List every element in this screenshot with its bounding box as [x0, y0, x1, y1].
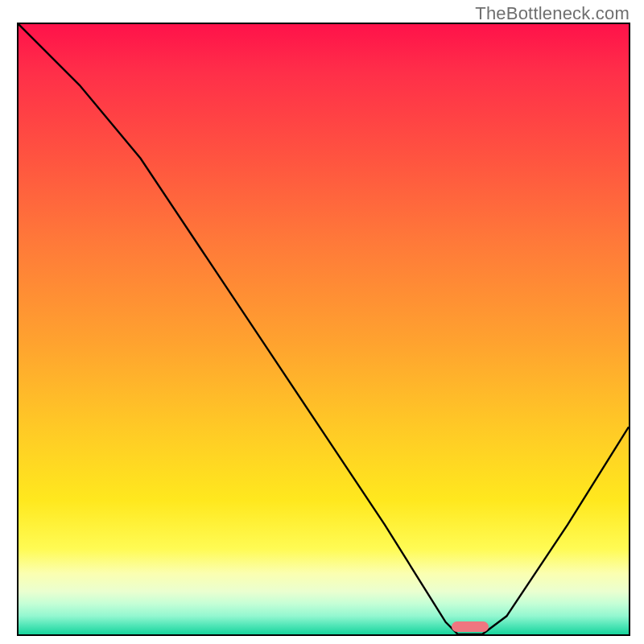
watermark-text: TheBottleneck.com: [475, 3, 630, 24]
curve-svg: [19, 24, 629, 634]
optimum-marker: [452, 621, 488, 632]
plot-area: [17, 23, 630, 636]
bottleneck-curve: [19, 24, 629, 634]
chart-frame: TheBottleneck.com: [0, 0, 644, 644]
